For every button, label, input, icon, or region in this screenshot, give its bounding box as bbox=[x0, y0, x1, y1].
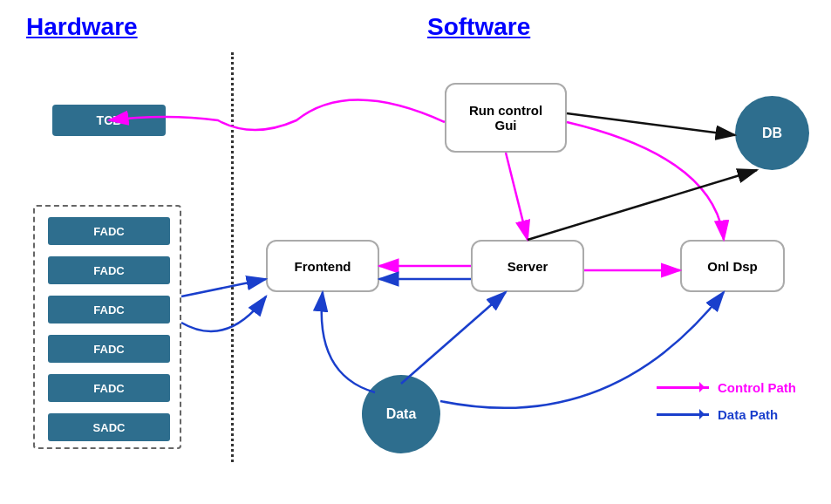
legend: Control Path Data Path bbox=[657, 380, 796, 434]
diagram-container: Hardware Software TCB FADC FADC FADC FAD… bbox=[0, 0, 831, 504]
hardware-title: Hardware bbox=[26, 13, 138, 41]
onldsp-node: Onl Dsp bbox=[680, 240, 785, 292]
legend-control-path: Control Path bbox=[657, 380, 796, 395]
control-path-arrow-icon bbox=[657, 386, 709, 389]
section-divider bbox=[231, 52, 234, 462]
legend-data-path: Data Path bbox=[657, 407, 796, 422]
fadc-node-4: FADC bbox=[48, 335, 170, 363]
fadc-node-3: FADC bbox=[48, 296, 170, 324]
fadc-node-1: FADC bbox=[48, 217, 170, 245]
software-title: Software bbox=[427, 13, 530, 41]
data-path-label: Data Path bbox=[718, 407, 778, 422]
rcgui-node: Run controlGui bbox=[445, 83, 567, 153]
db-node: DB bbox=[735, 96, 809, 170]
sadc-node: SADC bbox=[48, 413, 170, 441]
tcb-node: TCB bbox=[52, 105, 166, 136]
control-path-label: Control Path bbox=[718, 380, 796, 395]
data-path-arrow-icon bbox=[657, 413, 709, 416]
fadc-node-2: FADC bbox=[48, 256, 170, 284]
data-node: Data bbox=[362, 375, 440, 453]
fadc-group: FADC FADC FADC FADC FADC SADC bbox=[33, 205, 181, 449]
fadc-node-5: FADC bbox=[48, 374, 170, 402]
frontend-node: Frontend bbox=[266, 240, 379, 292]
server-node: Server bbox=[471, 240, 584, 292]
